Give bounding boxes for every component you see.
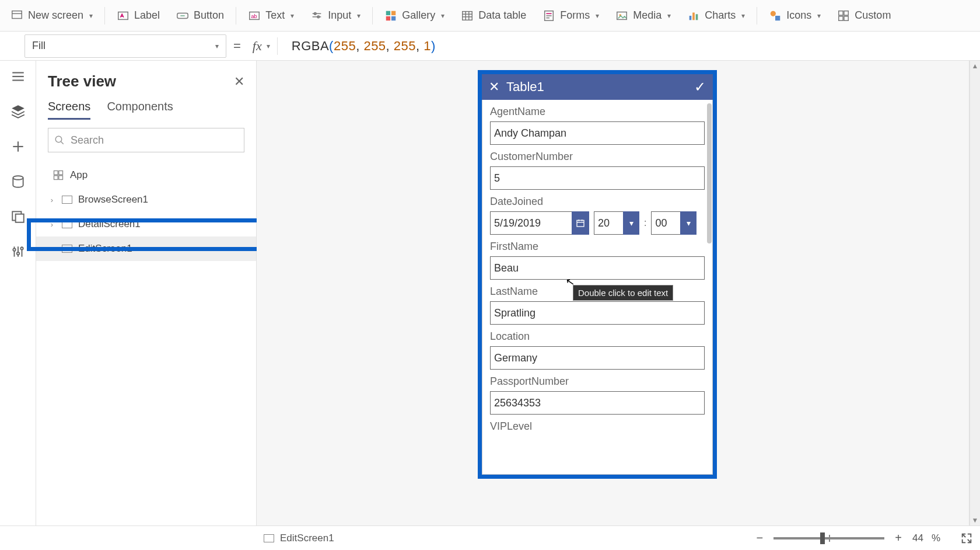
property-selector[interactable]: Fill ▾: [24, 34, 226, 58]
svg-line-59: [968, 539, 971, 542]
svg-point-28: [771, 11, 776, 16]
tab-components[interactable]: Components: [107, 100, 173, 120]
text-button[interactable]: ab Text ▾: [240, 6, 302, 26]
tab-screens[interactable]: Screens: [48, 100, 90, 120]
forms-button[interactable]: Forms ▾: [534, 6, 607, 26]
svg-rect-50: [54, 171, 58, 175]
icons-label: Icons: [786, 9, 811, 22]
svg-point-48: [55, 136, 62, 142]
icons-icon: [769, 9, 782, 22]
input-label: Input: [328, 9, 351, 22]
button-icon: [176, 9, 189, 22]
text-label: Text: [265, 9, 285, 22]
chevron-down-icon[interactable]: ▾: [623, 211, 639, 235]
tree-search-input[interactable]: Search: [48, 128, 244, 152]
input-datejoined-date[interactable]: [490, 211, 572, 235]
gallery-button[interactable]: Gallery ▾: [376, 6, 453, 26]
hamburger-icon[interactable]: [10, 69, 26, 84]
zoom-value: 44: [912, 532, 923, 544]
design-canvas[interactable]: ✕ Table1 ✓ AgentName CustomerNumber: [257, 61, 970, 525]
chevron-down-icon: ▾: [741, 12, 745, 20]
screen-icon: [62, 245, 72, 253]
svg-rect-29: [775, 16, 780, 20]
tree-item-app[interactable]: App: [36, 163, 256, 187]
input-firstname[interactable]: [490, 256, 705, 280]
field-label-firstname: FirstName: [490, 241, 705, 253]
fullscreen-icon[interactable]: [960, 532, 973, 545]
zoom-unit: %: [932, 532, 940, 544]
charts-button[interactable]: Charts ▾: [679, 6, 753, 26]
formula-input[interactable]: RGBA(255, 255, 255, 1): [292, 39, 436, 54]
input-datejoined-hour[interactable]: [594, 211, 623, 235]
text-icon: ab: [248, 9, 261, 22]
new-screen-button[interactable]: New screen ▾: [2, 6, 101, 26]
chevron-right-icon: ›: [48, 245, 56, 253]
field-label-location: Location: [490, 330, 705, 343]
input-customernumber[interactable]: [490, 166, 705, 190]
property-name: Fill: [32, 40, 46, 52]
button-button[interactable]: Button: [168, 6, 232, 26]
zoom-out-button[interactable]: −: [754, 531, 766, 545]
label-label: Label: [134, 9, 160, 22]
custom-button[interactable]: Custom: [829, 6, 899, 26]
search-placeholder: Search: [71, 134, 104, 147]
tree-view-icon[interactable]: [10, 104, 26, 119]
search-icon: [54, 135, 65, 145]
edit-form-screen[interactable]: ✕ Table1 ✓ AgentName CustomerNumber: [478, 70, 717, 479]
chevron-down-icon: ▾: [357, 12, 360, 20]
input-button[interactable]: Input ▾: [302, 6, 369, 26]
fx-button[interactable]: fx ▾: [248, 39, 275, 54]
scrollbar[interactable]: [707, 103, 712, 243]
submit-icon[interactable]: ✓: [694, 79, 706, 95]
tree-view-panel: Tree view ✕ Screens Components Search Ap…: [36, 61, 257, 525]
close-icon[interactable]: ✕: [234, 74, 244, 89]
input-agentname[interactable]: [490, 121, 705, 145]
chevron-right-icon: ›: [48, 220, 56, 229]
insert-toolbar: New screen ▾ Label Button ab Text ▾ Inpu…: [0, 0, 980, 32]
svg-rect-10: [386, 11, 390, 15]
field-label-agentname: AgentName: [490, 106, 705, 118]
data-table-label: Data table: [478, 9, 526, 22]
input-location[interactable]: [490, 346, 705, 370]
formula-function: RGBA: [292, 39, 329, 53]
insert-icon[interactable]: [10, 139, 26, 154]
advanced-icon[interactable]: [10, 244, 26, 259]
label-button[interactable]: Label: [108, 6, 168, 26]
input-passportnumber[interactable]: [490, 391, 705, 415]
field-label-passportnumber: PassportNumber: [490, 375, 705, 388]
chevron-down-icon: ▾: [89, 12, 93, 20]
scroll-up-icon[interactable]: ▲: [970, 62, 980, 70]
chevron-down-icon: ▾: [441, 12, 444, 20]
input-datejoined-minute[interactable]: [651, 211, 680, 235]
zoom-slider[interactable]: [774, 537, 884, 539]
chevron-down-icon[interactable]: ▾: [680, 211, 696, 235]
tree-item-editscreen1[interactable]: › EditScreen1 •••: [36, 236, 256, 261]
zoom-in-button[interactable]: +: [892, 531, 904, 545]
calendar-icon[interactable]: [572, 211, 589, 235]
data-table-button[interactable]: Data table: [453, 6, 534, 26]
data-icon[interactable]: [10, 174, 26, 189]
tree-item-browsescreen1[interactable]: › BrowseScreen1: [36, 187, 256, 212]
input-lastname[interactable]: [490, 301, 705, 325]
chevron-down-icon: ▾: [667, 12, 671, 20]
data-table-icon: [461, 9, 474, 22]
media-button[interactable]: Media ▾: [607, 6, 679, 26]
form-header: ✕ Table1 ✓: [482, 74, 713, 100]
tree-item-label: App: [70, 169, 88, 181]
tree-item-detailscreen1[interactable]: › DetailScreen1: [36, 212, 256, 236]
chevron-down-icon: ▾: [596, 12, 599, 20]
field-label-customernumber: CustomerNumber: [490, 151, 705, 163]
canvas-scrollbar[interactable]: ▲ ▼: [970, 61, 980, 525]
more-icon[interactable]: •••: [229, 242, 250, 256]
tree-item-label: DetailScreen1: [78, 218, 141, 230]
custom-label: Custom: [855, 9, 891, 22]
media-panel-icon[interactable]: [10, 209, 26, 224]
tree-view-title: Tree view: [48, 72, 116, 90]
icons-button[interactable]: Icons ▾: [761, 6, 829, 26]
svg-text:ab: ab: [251, 13, 257, 19]
equals-sign: =: [233, 39, 241, 54]
screen-icon: [62, 220, 72, 228]
scroll-down-icon[interactable]: ▼: [970, 516, 980, 524]
cancel-icon[interactable]: ✕: [489, 79, 499, 95]
svg-rect-31: [844, 11, 848, 15]
